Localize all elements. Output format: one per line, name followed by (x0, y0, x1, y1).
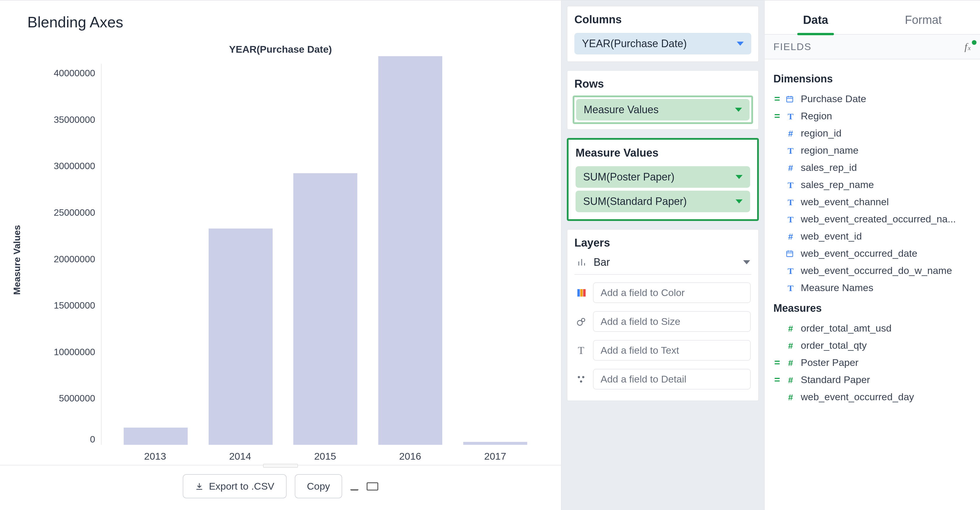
field-row[interactable]: =TRegion (772, 107, 976, 124)
x-tick: 2017 (463, 451, 527, 462)
calc-indicator-icon: = (774, 248, 780, 259)
y-tick: 25000000 (25, 208, 95, 217)
tab-format[interactable]: Format (899, 9, 948, 34)
detail-slot-row: Add a field to Detail (574, 365, 751, 394)
bar-icon (576, 256, 588, 268)
field-row[interactable]: =web_event_occurred_date (772, 245, 976, 262)
field-row[interactable]: =#Poster Paper (772, 354, 976, 371)
resize-handle[interactable] (263, 464, 298, 468)
rows-pill-label: Measure Values (584, 104, 659, 116)
svg-rect-8 (787, 96, 793, 102)
bar[interactable] (378, 56, 442, 445)
fields-header: FIELDS fx (765, 35, 980, 59)
field-row[interactable]: =Tweb_event_created_occurred_na... (772, 210, 976, 228)
field-row[interactable]: =#order_total_amt_usd (772, 320, 976, 337)
field-row[interactable]: =Purchase Date (772, 90, 976, 107)
field-row[interactable]: =#web_event_occurred_day (772, 388, 976, 405)
rows-pill[interactable]: Measure Values (576, 99, 749, 121)
calc-indicator-icon: = (774, 374, 780, 386)
copy-button[interactable]: Copy (295, 474, 342, 498)
field-type-icon: # (786, 322, 795, 334)
calc-indicator-icon: = (774, 93, 780, 105)
calc-indicator-icon: = (774, 179, 780, 190)
field-row[interactable]: =TMeasure Names (772, 279, 976, 296)
bar[interactable] (463, 442, 527, 445)
svg-rect-1 (580, 289, 583, 296)
y-tick: 30000000 (25, 161, 95, 171)
mark-type-label: Bar (593, 256, 610, 268)
field-row[interactable]: =#Standard Paper (772, 371, 976, 388)
fields-header-label: FIELDS (773, 41, 811, 53)
measure-values-pill-0[interactable]: SUM(Poster Paper) (576, 166, 750, 188)
chevron-down-icon (737, 41, 744, 46)
tab-data[interactable]: Data (797, 9, 834, 34)
bar[interactable] (208, 228, 273, 445)
detail-slot[interactable]: Add a field to Detail (593, 369, 751, 389)
field-type-icon: T (786, 265, 795, 276)
field-type-icon: T (786, 145, 795, 156)
calc-indicator-icon: = (774, 110, 780, 122)
field-row[interactable]: =Tweb_event_channel (772, 193, 976, 210)
field-label: region_name (801, 145, 858, 156)
field-type-icon (786, 95, 795, 103)
size-slot[interactable]: Add a field to Size (593, 311, 751, 332)
svg-rect-0 (577, 289, 580, 296)
y-axis-label: Measure Values (9, 58, 25, 462)
y-tick: 10000000 (25, 347, 95, 357)
export-csv-button[interactable]: Export to .CSV (183, 474, 286, 498)
measure-values-pill-1[interactable]: SUM(Standard Paper) (576, 191, 750, 212)
field-type-icon: # (786, 340, 795, 351)
field-label: Poster Paper (801, 357, 858, 368)
x-tick: 2015 (293, 451, 357, 462)
x-tick: 2013 (123, 451, 187, 462)
field-row[interactable]: =#region_id (772, 124, 976, 142)
calc-indicator-icon: = (774, 265, 780, 276)
field-label: order_total_amt_usd (801, 322, 891, 334)
field-type-icon: # (786, 357, 795, 368)
field-type-icon: T (786, 179, 795, 190)
chart-header-label: YEAR(Purchase Date) (0, 44, 561, 55)
bar[interactable] (293, 173, 357, 445)
columns-pill[interactable]: YEAR(Purchase Date) (574, 33, 751, 54)
maximize-icon[interactable] (367, 482, 378, 491)
field-type-icon: # (786, 374, 795, 386)
field-type-icon (786, 249, 795, 258)
size-slot-row: Add a field to Size (574, 307, 751, 336)
field-row[interactable]: =Tsales_rep_name (772, 176, 976, 193)
chevron-down-icon (743, 260, 750, 264)
rows-highlight: Measure Values (573, 96, 753, 124)
field-type-icon: T (786, 282, 795, 293)
field-row[interactable]: =#web_event_id (772, 228, 976, 245)
minimize-icon[interactable] (350, 485, 358, 491)
color-slot-row: Add a field to Color (574, 278, 751, 307)
field-label: Region (801, 110, 832, 122)
field-label: web_event_occurred_day (801, 391, 914, 403)
y-tick: 35000000 (25, 115, 95, 124)
mark-type-select[interactable]: Bar (574, 256, 751, 275)
chart-grid: 4000000035000000300000002500000020000000… (25, 64, 549, 445)
calc-indicator-icon: = (774, 357, 780, 368)
field-label: web_event_occurred_do_w_name (801, 265, 952, 276)
field-label: web_event_occurred_date (801, 248, 918, 259)
field-label: sales_rep_name (801, 179, 874, 190)
rows-shelf: Rows Measure Values (567, 70, 759, 130)
measure-values-pill-0-label: SUM(Poster Paper) (583, 171, 675, 183)
field-row[interactable]: =Tregion_name (772, 142, 976, 159)
calc-indicator-icon: = (774, 340, 780, 351)
field-row[interactable]: =#order_total_qty (772, 337, 976, 354)
field-label: web_event_created_occurred_na... (801, 214, 956, 225)
field-row[interactable]: =#sales_rep_id (772, 159, 976, 176)
field-label: web_event_id (801, 231, 862, 242)
size-icon (575, 316, 587, 328)
fx-add-icon[interactable]: fx (964, 41, 971, 53)
columns-title: Columns (574, 13, 751, 26)
x-tick: 2016 (378, 451, 442, 462)
text-slot[interactable]: Add a field to Text (593, 340, 751, 361)
field-type-icon: # (786, 231, 795, 242)
field-label: order_total_qty (801, 340, 867, 351)
x-axis: 20132014201520162017 (101, 445, 549, 462)
bar[interactable] (124, 428, 188, 445)
chevron-down-icon (735, 108, 742, 112)
field-row[interactable]: =Tweb_event_occurred_do_w_name (772, 262, 976, 279)
color-slot[interactable]: Add a field to Color (593, 282, 751, 303)
